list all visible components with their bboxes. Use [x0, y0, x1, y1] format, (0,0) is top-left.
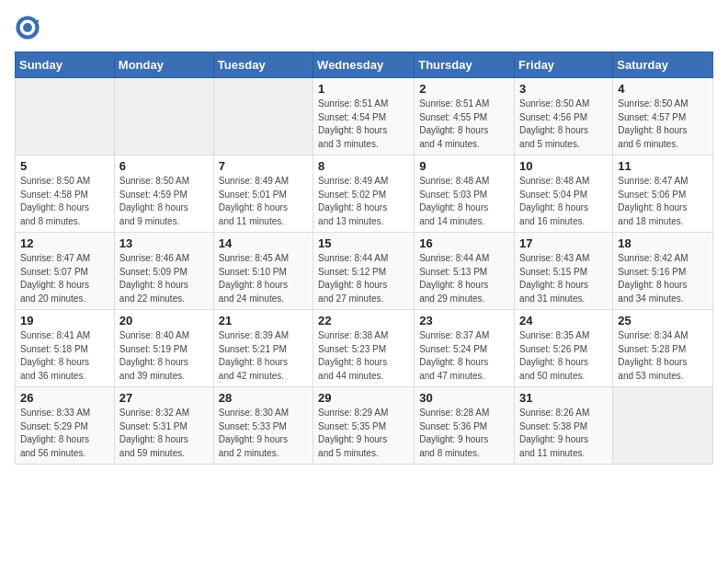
- day-info: Sunrise: 8:33 AM Sunset: 5:29 PM Dayligh…: [20, 407, 109, 460]
- day-number: 18: [618, 236, 708, 250]
- calendar-cell: 7Sunrise: 8:49 AM Sunset: 5:01 PM Daylig…: [213, 155, 313, 233]
- day-number: 30: [419, 391, 509, 405]
- calendar-cell: 19Sunrise: 8:41 AM Sunset: 5:18 PM Dayli…: [16, 310, 115, 387]
- calendar-cell: 15Sunrise: 8:44 AM Sunset: 5:12 PM Dayli…: [313, 233, 415, 310]
- calendar-cell: 20Sunrise: 8:40 AM Sunset: 5:19 PM Dayli…: [114, 310, 213, 387]
- logo: [15, 15, 42, 40]
- day-info: Sunrise: 8:51 AM Sunset: 4:54 PM Dayligh…: [318, 98, 409, 151]
- day-number: 15: [318, 236, 409, 250]
- day-number: 14: [219, 236, 308, 250]
- calendar-cell: 21Sunrise: 8:39 AM Sunset: 5:21 PM Dayli…: [213, 310, 313, 387]
- day-number: 19: [20, 314, 109, 327]
- day-info: Sunrise: 8:34 AM Sunset: 5:28 PM Dayligh…: [618, 329, 708, 383]
- calendar-cell: 27Sunrise: 8:32 AM Sunset: 5:31 PM Dayli…: [114, 387, 213, 465]
- calendar-cell: 26Sunrise: 8:33 AM Sunset: 5:29 PM Dayli…: [16, 387, 115, 465]
- day-number: 4: [618, 82, 708, 96]
- day-number: 24: [519, 314, 608, 327]
- calendar-cell: 12Sunrise: 8:47 AM Sunset: 5:07 PM Dayli…: [16, 233, 115, 310]
- day-info: Sunrise: 8:38 AM Sunset: 5:23 PM Dayligh…: [318, 329, 409, 383]
- weekday-header-friday: Friday: [515, 52, 613, 78]
- day-info: Sunrise: 8:50 AM Sunset: 4:56 PM Dayligh…: [519, 98, 608, 151]
- day-info: Sunrise: 8:40 AM Sunset: 5:19 PM Dayligh…: [119, 329, 209, 383]
- calendar-cell: 1Sunrise: 8:51 AM Sunset: 4:54 PM Daylig…: [313, 78, 415, 155]
- day-number: 26: [20, 391, 109, 405]
- day-info: Sunrise: 8:41 AM Sunset: 5:18 PM Dayligh…: [20, 329, 109, 383]
- day-info: Sunrise: 8:26 AM Sunset: 5:38 PM Dayligh…: [519, 407, 608, 460]
- day-info: Sunrise: 8:29 AM Sunset: 5:35 PM Dayligh…: [318, 407, 409, 460]
- calendar-week-row: 12Sunrise: 8:47 AM Sunset: 5:07 PM Dayli…: [16, 233, 713, 310]
- calendar-cell: [213, 78, 313, 155]
- calendar-cell: 23Sunrise: 8:37 AM Sunset: 5:24 PM Dayli…: [415, 310, 515, 387]
- day-info: Sunrise: 8:44 AM Sunset: 5:12 PM Dayligh…: [318, 252, 409, 305]
- day-info: Sunrise: 8:47 AM Sunset: 5:07 PM Dayligh…: [20, 252, 109, 305]
- day-info: Sunrise: 8:32 AM Sunset: 5:31 PM Dayligh…: [119, 407, 209, 460]
- calendar-cell: 3Sunrise: 8:50 AM Sunset: 4:56 PM Daylig…: [515, 78, 613, 155]
- day-info: Sunrise: 8:50 AM Sunset: 4:57 PM Dayligh…: [618, 98, 708, 151]
- day-info: Sunrise: 8:42 AM Sunset: 5:16 PM Dayligh…: [618, 252, 708, 305]
- calendar-week-row: 26Sunrise: 8:33 AM Sunset: 5:29 PM Dayli…: [16, 387, 713, 465]
- logo-icon: [15, 15, 40, 40]
- day-info: Sunrise: 8:50 AM Sunset: 4:59 PM Dayligh…: [119, 175, 209, 228]
- calendar-cell: 22Sunrise: 8:38 AM Sunset: 5:23 PM Dayli…: [313, 310, 415, 387]
- day-number: 28: [219, 391, 308, 405]
- calendar-cell: 2Sunrise: 8:51 AM Sunset: 4:55 PM Daylig…: [415, 78, 515, 155]
- calendar-cell: 4Sunrise: 8:50 AM Sunset: 4:57 PM Daylig…: [613, 78, 713, 155]
- calendar-cell: 16Sunrise: 8:44 AM Sunset: 5:13 PM Dayli…: [415, 233, 515, 310]
- day-info: Sunrise: 8:30 AM Sunset: 5:33 PM Dayligh…: [219, 407, 308, 460]
- weekday-header-sunday: Sunday: [16, 52, 115, 78]
- day-info: Sunrise: 8:48 AM Sunset: 5:04 PM Dayligh…: [519, 175, 608, 228]
- calendar-cell: 31Sunrise: 8:26 AM Sunset: 5:38 PM Dayli…: [515, 387, 613, 465]
- calendar-cell: [114, 78, 213, 155]
- day-number: 21: [219, 314, 308, 327]
- day-info: Sunrise: 8:46 AM Sunset: 5:09 PM Dayligh…: [119, 252, 209, 305]
- day-number: 7: [219, 159, 308, 173]
- day-number: 31: [519, 391, 608, 405]
- calendar-cell: 13Sunrise: 8:46 AM Sunset: 5:09 PM Dayli…: [114, 233, 213, 310]
- weekday-header-tuesday: Tuesday: [213, 52, 313, 78]
- day-number: 29: [318, 391, 409, 405]
- calendar-week-row: 19Sunrise: 8:41 AM Sunset: 5:18 PM Dayli…: [16, 310, 713, 387]
- day-number: 3: [519, 82, 608, 96]
- day-info: Sunrise: 8:44 AM Sunset: 5:13 PM Dayligh…: [419, 252, 509, 305]
- day-number: 23: [419, 314, 509, 327]
- day-info: Sunrise: 8:45 AM Sunset: 5:10 PM Dayligh…: [219, 252, 308, 305]
- day-info: Sunrise: 8:50 AM Sunset: 4:58 PM Dayligh…: [20, 175, 109, 228]
- calendar-week-row: 1Sunrise: 8:51 AM Sunset: 4:54 PM Daylig…: [16, 78, 713, 155]
- day-number: 13: [119, 236, 209, 250]
- calendar-cell: 18Sunrise: 8:42 AM Sunset: 5:16 PM Dayli…: [613, 233, 713, 310]
- day-number: 20: [119, 314, 209, 327]
- day-info: Sunrise: 8:28 AM Sunset: 5:36 PM Dayligh…: [419, 407, 509, 460]
- day-info: Sunrise: 8:49 AM Sunset: 5:01 PM Dayligh…: [219, 175, 308, 228]
- calendar-cell: 14Sunrise: 8:45 AM Sunset: 5:10 PM Dayli…: [213, 233, 313, 310]
- weekday-header-wednesday: Wednesday: [313, 52, 415, 78]
- day-info: Sunrise: 8:51 AM Sunset: 4:55 PM Dayligh…: [419, 98, 509, 151]
- calendar-table: SundayMondayTuesdayWednesdayThursdayFrid…: [15, 52, 713, 465]
- day-info: Sunrise: 8:47 AM Sunset: 5:06 PM Dayligh…: [618, 175, 708, 228]
- calendar-cell: 30Sunrise: 8:28 AM Sunset: 5:36 PM Dayli…: [415, 387, 515, 465]
- day-number: 1: [318, 82, 409, 96]
- day-number: 11: [618, 159, 708, 173]
- day-number: 9: [419, 159, 509, 173]
- day-number: 17: [519, 236, 608, 250]
- day-info: Sunrise: 8:39 AM Sunset: 5:21 PM Dayligh…: [219, 329, 308, 383]
- day-number: 12: [20, 236, 109, 250]
- calendar-cell: 5Sunrise: 8:50 AM Sunset: 4:58 PM Daylig…: [16, 155, 115, 233]
- day-number: 22: [318, 314, 409, 327]
- calendar-cell: 25Sunrise: 8:34 AM Sunset: 5:28 PM Dayli…: [613, 310, 713, 387]
- svg-point-2: [23, 23, 32, 32]
- day-number: 10: [519, 159, 608, 173]
- day-info: Sunrise: 8:49 AM Sunset: 5:02 PM Dayligh…: [318, 175, 409, 228]
- calendar-cell: 9Sunrise: 8:48 AM Sunset: 5:03 PM Daylig…: [415, 155, 515, 233]
- page-header: [15, 15, 713, 40]
- day-number: 8: [318, 159, 409, 173]
- weekday-header-row: SundayMondayTuesdayWednesdayThursdayFrid…: [16, 52, 713, 78]
- calendar-cell: [16, 78, 115, 155]
- weekday-header-thursday: Thursday: [415, 52, 515, 78]
- day-number: 2: [419, 82, 509, 96]
- weekday-header-monday: Monday: [114, 52, 213, 78]
- calendar-week-row: 5Sunrise: 8:50 AM Sunset: 4:58 PM Daylig…: [16, 155, 713, 233]
- day-number: 27: [119, 391, 209, 405]
- day-number: 6: [119, 159, 209, 173]
- calendar-cell: 24Sunrise: 8:35 AM Sunset: 5:26 PM Dayli…: [515, 310, 613, 387]
- day-info: Sunrise: 8:48 AM Sunset: 5:03 PM Dayligh…: [419, 175, 509, 228]
